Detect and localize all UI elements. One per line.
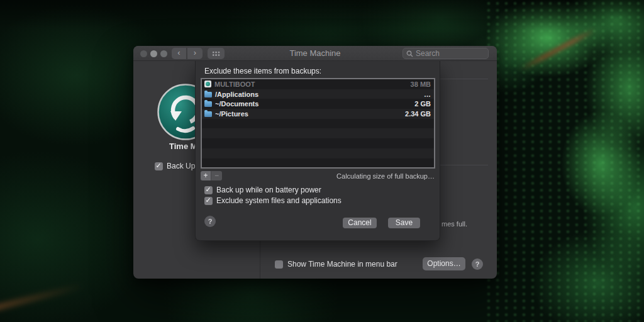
checkbox-icon[interactable]: [155, 162, 163, 170]
exclude-items-sheet: Exclude these items from backups: MULTIB…: [195, 61, 440, 241]
pane-text-fragment: mes full.: [441, 220, 467, 228]
drive-icon: [204, 80, 211, 87]
exclude-system-files-checkbox[interactable]: Exclude system files and applications: [204, 196, 341, 205]
exclude-system-files-label: Exclude system files and applications: [216, 196, 341, 205]
zoom-window-button[interactable]: [160, 50, 167, 57]
checkbox-icon[interactable]: [275, 260, 283, 269]
cancel-button[interactable]: Cancel: [343, 218, 377, 228]
folder-icon: [204, 101, 212, 107]
pane-help-button[interactable]: ?: [472, 258, 483, 270]
battery-power-label: Back up while on battery power: [216, 186, 321, 194]
item-size: …: [424, 91, 431, 98]
remove-item-button[interactable]: −: [211, 171, 222, 180]
item-size: 2 GB: [414, 100, 431, 108]
item-name: ~/Documents: [215, 100, 258, 108]
backup-checkbox-label: Back Up: [167, 162, 195, 170]
exclude-list-row[interactable]: ~/Documents2 GB: [202, 99, 434, 109]
folder-icon: [204, 111, 212, 117]
exclude-list-empty-row: [202, 158, 434, 169]
item-name: /Applications: [215, 91, 258, 98]
chevron-left-icon: ‹: [177, 48, 180, 57]
item-name: MULTIBOOT: [214, 80, 255, 88]
exclude-list-row[interactable]: /Applications…: [202, 89, 434, 99]
close-window-button[interactable]: [140, 50, 147, 57]
battery-power-checkbox[interactable]: Back up while on battery power: [204, 186, 321, 194]
checkbox-icon[interactable]: [204, 197, 213, 205]
back-button[interactable]: ‹: [172, 48, 187, 59]
grid-icon: [212, 51, 221, 57]
backup-automatically-checkbox[interactable]: Back Up: [155, 162, 195, 170]
pane-app-label: Time M: [169, 142, 197, 151]
exclude-list-empty-row: [202, 119, 434, 129]
exclude-list-empty-row: [202, 148, 434, 158]
show-all-button[interactable]: [208, 48, 225, 59]
search-icon: [406, 50, 413, 57]
time-machine-preferences-window: ‹ › Time Machine Tim: [133, 46, 497, 279]
exclude-list[interactable]: MULTIBOOT38 MB/Applications…~/Documents2…: [201, 78, 435, 169]
exclude-list-row[interactable]: MULTIBOOT38 MB: [202, 79, 434, 89]
checkbox-icon[interactable]: [204, 186, 213, 194]
search-input[interactable]: [416, 49, 485, 58]
exclude-list-row[interactable]: ~/Pictures2.34 GB: [202, 109, 434, 119]
titlebar[interactable]: ‹ › Time Machine: [133, 46, 497, 61]
chevron-right-icon: ›: [194, 48, 196, 57]
backup-size-status: Calculating size of full backup…: [336, 172, 435, 180]
sheet-title: Exclude these items from backups:: [204, 67, 321, 75]
add-item-button[interactable]: +: [201, 171, 211, 180]
save-button[interactable]: Save: [388, 218, 420, 228]
search-field[interactable]: [402, 48, 489, 59]
options-button[interactable]: Options…: [423, 257, 465, 270]
menu-bar-checkbox-label: Show Time Machine in menu bar: [287, 260, 397, 269]
exclude-list-empty-row: [202, 128, 434, 138]
folder-icon: [204, 92, 212, 97]
menu-bar-checkbox[interactable]: Show Time Machine in menu bar: [275, 260, 397, 269]
item-size: 2.34 GB: [405, 110, 431, 118]
add-remove-control: + −: [201, 171, 222, 180]
forward-button[interactable]: ›: [187, 48, 203, 59]
sheet-help-button[interactable]: ?: [204, 216, 216, 227]
minimize-window-button[interactable]: [150, 50, 157, 57]
exclude-list-empty-row: [202, 138, 434, 148]
item-size: 38 MB: [411, 80, 431, 88]
item-name: ~/Pictures: [215, 110, 248, 118]
